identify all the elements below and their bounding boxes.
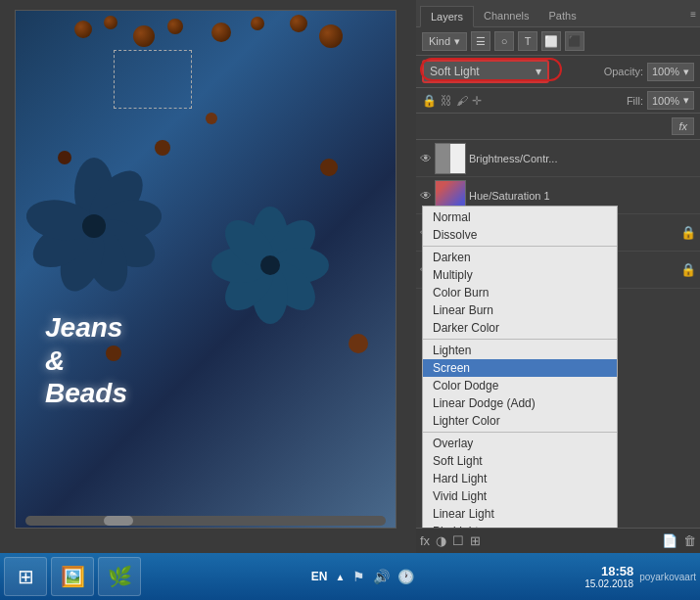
blend-mode-dropdown[interactable]: Soft Light ▾ [422,60,549,83]
blend-item-multiply[interactable]: Multiply [423,266,617,284]
filter-type-btn[interactable]: T [518,31,537,51]
blend-row: Soft Light ▾ Opacity: 100% ▾ [416,56,700,88]
tab-paths[interactable]: Paths [539,6,586,26]
tab-channels[interactable]: Channels [474,6,538,26]
selection-box [114,50,192,109]
layer-name-2: Hue/Saturation 1 [469,190,696,202]
taskbar: ⊞ 🖼️ 🌿 EN ▲ ⚑ 🔊 🕐 18:58 15.02.2018 poyar… [0,553,700,600]
blend-item-dissolve[interactable]: Dissolve [423,226,617,244]
layers-panel: Layers Channels Paths ≡ Kind ▾ ☰ ○ T ⬜ ⬛… [416,0,700,553]
layer-name-1: Brightness/Contr... [469,153,696,164]
blend-item-hard-light[interactable]: Hard Light [423,470,617,487]
blend-item-darker-color[interactable]: Darker Color [423,319,617,337]
blend-item-linear-dodge[interactable]: Linear Dodge (Add) [423,394,617,412]
kind-dropdown[interactable]: Kind ▾ [422,32,467,51]
taskbar-right: 18:58 15.02.2018 poyarkovaart [584,564,696,589]
tray-expand-icon[interactable]: ▲ [335,572,345,582]
language-indicator: EN [311,570,328,583]
photo-app-btn[interactable]: 🖼️ [51,557,94,596]
layer-fx-icon[interactable]: fx [420,533,430,548]
photo-icon: 🖼️ [61,565,85,588]
clock-area: 18:58 15.02.2018 [584,564,633,589]
visibility-icon-2[interactable]: 👁 [420,189,432,203]
start-btn[interactable]: ⊞ [4,557,47,596]
blend-item-darken[interactable]: Darken [423,249,617,266]
blend-item-soft-light[interactable]: Soft Light [423,452,617,470]
fx-button[interactable]: fx [672,117,694,135]
svg-point-22 [349,334,368,353]
layer-row-brightness[interactable]: 👁 Brightness/Contr... [416,140,700,177]
tray-icon-2: 🔊 [373,569,390,584]
canvas-area: Jeans&Beads [0,0,416,553]
blend-item-vivid-light[interactable]: Vivid Light [423,487,617,505]
svg-point-17 [260,255,280,275]
files-app-btn[interactable]: 🌿 [98,557,141,596]
date-display: 15.02.2018 [584,578,633,589]
blend-item-overlay[interactable]: Overlay [423,435,617,452]
blend-chevron-icon: ▾ [536,65,541,78]
blend-dropdown-menu[interactable]: Normal Dissolve Darken Multiply Color Bu… [422,206,618,528]
blend-item-screen[interactable]: Screen [423,359,617,377]
bottom-layer-icons: fx ◑ ☐ ⊞ 📄 🗑 [416,528,700,553]
fill-chevron-icon: ▾ [683,94,689,107]
lock-icon-4: 🔒 [680,262,696,277]
fill-input[interactable]: 100% ▾ [647,91,694,110]
svg-point-8 [82,214,106,238]
watermark-label: poyarkovaart [639,572,696,582]
blend-group-0: Normal Dissolve [423,207,617,247]
fill-row: 🔒 ⛓ 🖌 ✛ Fill: 100% ▾ [416,88,700,114]
opacity-label: Opacity: [604,66,643,77]
opacity-section: Opacity: 100% ▾ [604,63,694,81]
panel-collapse-btn[interactable]: ≡ [690,8,696,19]
tray-icon-3: 🕐 [397,569,414,584]
layer-kind-bar: Kind ▾ ☰ ○ T ⬜ ⬛ [416,27,700,56]
blend-item-color-burn[interactable]: Color Burn [423,284,617,301]
layer-mask-icon[interactable]: ◑ [436,533,446,548]
canvas-text-overlay: Jeans&Beads [45,311,127,410]
lock-transparent-icon[interactable]: 🔒 [422,94,437,108]
fill-label: Fill: [627,95,643,107]
lock-icon-3: 🔒 [680,225,696,240]
move-icon[interactable]: ✛ [472,94,482,108]
time-display: 18:58 [584,564,633,578]
start-logo-icon: ⊞ [18,565,34,588]
blend-item-pin-light[interactable]: Pin Light [423,523,617,528]
svg-point-21 [58,151,71,164]
blend-item-linear-burn[interactable]: Linear Burn [423,301,617,319]
chevron-down-icon: ▾ [454,35,460,48]
visibility-icon-1[interactable]: 👁 [420,152,432,165]
folder-icon: 🌿 [108,565,132,588]
layer-info-1: Brightness/Contr... [469,153,696,164]
blend-item-lighter-color[interactable]: Lighter Color [423,412,617,430]
delete-layer-icon[interactable]: 🗑 [683,533,696,548]
paint-icon[interactable]: 🖌 [456,94,468,108]
canvas-scroll-h[interactable] [25,516,386,526]
svg-point-19 [206,113,217,124]
opacity-input[interactable]: 100% ▾ [647,63,694,81]
panel-tabs: Layers Channels Paths ≡ [416,0,700,27]
filter-shape-btn[interactable]: ⬜ [541,31,561,51]
opacity-chevron-icon: ▾ [683,66,689,78]
new-adjustment-icon[interactable]: ☐ [452,533,464,548]
svg-point-20 [320,159,338,176]
new-layer-icon[interactable]: 📄 [662,533,677,548]
tab-layers[interactable]: Layers [420,6,474,27]
fx-area: fx [416,114,700,140]
link-icon[interactable]: ⛓ [441,94,452,108]
canvas-image: Jeans&Beads [15,10,397,529]
filter-smart-btn[interactable]: ⬛ [565,31,584,51]
svg-point-18 [155,140,170,156]
blend-mode-label: Soft Light [430,65,480,78]
filter-pixel-btn[interactable]: ☰ [471,31,490,51]
taskbar-center: EN ▲ ⚑ 🔊 🕐 [145,569,581,584]
blend-item-color-dodge[interactable]: Color Dodge [423,377,617,394]
blend-item-normal[interactable]: Normal [423,208,617,226]
blend-item-lighten[interactable]: Lighten [423,342,617,359]
blend-group-1: Darken Multiply Color Burn Linear Burn D… [423,247,617,340]
new-group-icon[interactable]: ⊞ [470,533,481,548]
layers-panel-section: fx 👁 Brightness/Contr... 👁 Hue/Saturatio… [416,114,700,528]
blend-group-2: Lighten Screen Color Dodge Linear Dodge … [423,340,617,433]
blend-item-linear-light[interactable]: Linear Light [423,505,617,523]
filter-adjust-btn[interactable]: ○ [494,31,514,51]
layer-info-2: Hue/Saturation 1 [469,190,696,202]
